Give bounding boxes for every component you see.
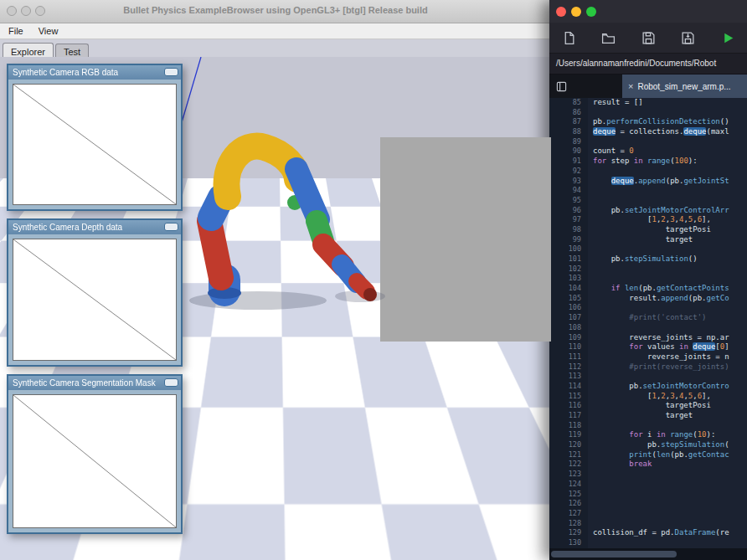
code-line: 105 result.append(pb.getCo [549,294,747,304]
code-line: 114 pb.setJointMotorContro [549,382,747,392]
line-number: 103 [549,274,588,284]
line-number: 120 [549,440,588,450]
code-line: 102 [549,265,747,275]
code-line: 103 [549,274,747,284]
line-number: 96 [549,206,588,216]
panel-title[interactable]: Synthetic Camera Depth data [8,220,181,234]
code-line: 106 [549,303,747,313]
save-icon [641,31,656,45]
code-line: 119 for i in range(10): [549,430,747,440]
code-line: 128 [549,519,747,529]
camera-image-placeholder [13,239,177,361]
code-line: 100 [549,244,747,254]
line-number: 130 [549,538,588,548]
code-line: 129collision_df = pd.DataFrame(re [549,528,747,538]
3d-viewport[interactable]: Synthetic Camera RGB data Synthetic Came… [0,57,551,560]
line-number: 97 [549,215,588,225]
code-line: 116 targetPosi [549,401,747,411]
editor-titlebar[interactable] [549,0,747,23]
code-line: 125 [549,490,747,500]
line-number: 128 [549,519,588,529]
code-line: 97 [1,2,3,4,5,6], [549,215,747,225]
diagonal-placeholder-line [13,85,176,204]
line-number: 129 [549,528,588,538]
line-number: 91 [549,157,588,167]
line-number: 123 [549,470,588,480]
editor-tab[interactable]: × Robot_sim_new_arm.p... [622,74,747,98]
bullet-titlebar[interactable]: Bullet Physics ExampleBrowser using Open… [0,0,551,23]
code-line: 122 break [549,460,747,470]
tab-close-icon[interactable]: × [628,81,633,91]
menu-item-view[interactable]: View [39,26,59,36]
menu-item-file[interactable]: File [8,26,23,36]
line-number: 90 [549,146,588,157]
file-browser-toggle[interactable] [549,74,573,98]
save-as-button[interactable] [681,30,696,45]
line-number: 121 [549,450,588,460]
code-line: 113 [549,372,747,382]
line-number: 126 [549,499,588,509]
code-line: 96 pb.setJointMotorControlArr [549,206,747,216]
new-file-button[interactable] [561,30,576,45]
panel-title[interactable]: Synthetic Camera Segmentation Mask [8,376,181,390]
save-button[interactable] [641,30,656,45]
panel-minimize-button[interactable] [164,378,178,387]
save-as-icon [681,31,695,45]
code-line: 107 #print('contact') [549,313,747,323]
camera-image-placeholder [13,394,177,528]
line-number: 89 [549,137,588,147]
traffic-light-minimize[interactable] [571,7,581,17]
line-number: 125 [549,490,588,500]
code-line: 108 [549,323,747,333]
code-line: 101 pb.stepSimulation() [549,254,747,265]
code-line: 86 [549,108,747,118]
menu-bar: File View [0,23,551,39]
line-number: 122 [549,460,588,470]
line-number: 86 [549,108,588,118]
code-editor-window: /Users/alannamanfredini/Documents/Robot … [549,0,747,560]
open-folder-button[interactable] [601,30,616,45]
bullet-window: Bullet Physics ExampleBrowser using Open… [0,0,551,560]
line-number: 111 [549,352,588,362]
code-line: 88deque = collections.deque(maxl [549,127,747,137]
code-line: 98 targetPosi [549,225,747,235]
line-number: 85 [549,98,588,108]
line-number: 98 [549,225,588,235]
camera-panel-depth[interactable]: Synthetic Camera Depth data [7,218,183,367]
code-line: 112 #print(reverse_joints) [549,362,747,372]
line-number: 102 [549,265,588,275]
traffic-light-close[interactable] [556,7,566,17]
line-number: 127 [549,509,588,519]
panel-minimize-button[interactable] [164,68,178,76]
code-line: 121 print(len(pb.getContac [549,450,747,460]
line-number: 112 [549,362,588,372]
line-number: 119 [549,430,588,440]
traffic-light-zoom[interactable] [586,7,596,17]
horizontal-scrollbar[interactable] [549,548,747,560]
file-browser-icon [556,81,567,92]
line-number: 114 [549,382,588,392]
editor-tabstrip: × Robot_sim_new_arm.p... [549,74,747,98]
code-line: 110 for values in deque[0] [549,342,747,352]
panel-minimize-button[interactable] [164,223,178,231]
diagonal-placeholder-line [13,239,176,360]
editor-tab-label: Robot_sim_new_arm.p... [637,82,730,91]
code-line: 111 reverse_joints = n [549,352,747,362]
code-editor[interactable]: 85result = []8687pb.performCollisionDete… [549,98,747,548]
line-number: 109 [549,333,588,343]
line-number: 106 [549,303,588,313]
camera-panel-segmentation[interactable]: Synthetic Camera Segmentation Mask [7,374,183,534]
code-line: 115 [1,2,3,4,5,6], [549,392,747,402]
code-line: 89 [549,137,747,147]
bullet-tabstrip: Explorer Test [0,39,551,59]
line-number: 101 [549,254,588,265]
scrollbar-thumb[interactable] [551,551,677,557]
camera-panel-rgb[interactable]: Synthetic Camera RGB data [7,64,183,211]
panel-title[interactable]: Synthetic Camera RGB data [8,65,181,80]
line-number: 88 [549,127,588,137]
run-button[interactable] [720,30,735,45]
line-number: 99 [549,235,588,245]
screen: Bullet Physics ExampleBrowser using Open… [0,0,747,560]
code-line: 90count = 0 [549,146,747,157]
line-number: 110 [549,342,588,352]
